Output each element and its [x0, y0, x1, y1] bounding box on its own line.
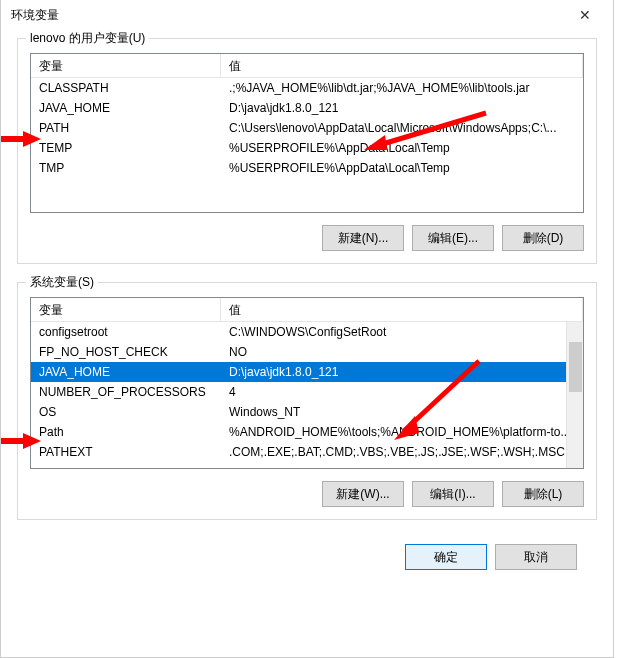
cell-variable: TMP [31, 159, 221, 177]
system-vars-group: 系统变量(S) 变量 值 configsetrootC:\WINDOWS\Con… [17, 282, 597, 520]
col-header-value[interactable]: 值 [221, 298, 583, 321]
cell-value: %ANDROID_HOME%\tools;%ANDROID_HOME%\plat… [221, 423, 583, 441]
cell-value: NO [221, 343, 583, 361]
user-vars-buttons: 新建(N)... 编辑(E)... 删除(D) [30, 225, 584, 251]
cell-variable: JAVA_HOME [31, 99, 221, 117]
table-row[interactable]: JAVA_HOMED:\java\jdk1.8.0_121 [31, 362, 583, 382]
titlebar: 环境变量 ✕ [1, 0, 613, 30]
system-vars-list[interactable]: 变量 值 configsetrootC:\WINDOWS\ConfigSetRo… [30, 297, 584, 469]
system-vars-header: 变量 值 [31, 298, 583, 322]
cell-value: C:\Users\lenovo\AppData\Local\Microsoft\… [221, 119, 583, 137]
close-button[interactable]: ✕ [565, 1, 605, 29]
col-header-variable[interactable]: 变量 [31, 298, 221, 321]
table-row[interactable]: configsetrootC:\WINDOWS\ConfigSetRoot [31, 322, 583, 342]
user-vars-group: lenovo 的用户变量(U) 变量 值 CLASSPATH.;%JAVA_HO… [17, 38, 597, 264]
cell-variable: FP_NO_HOST_CHECK [31, 343, 221, 361]
cell-value: D:\java\jdk1.8.0_121 [221, 363, 583, 381]
table-row[interactable]: TEMP%USERPROFILE%\AppData\Local\Temp [31, 138, 583, 158]
cell-variable: OS [31, 403, 221, 421]
system-vars-group-label: 系统变量(S) [26, 274, 98, 291]
system-vars-buttons: 新建(W)... 编辑(I)... 删除(L) [30, 481, 584, 507]
cell-variable: CLASSPATH [31, 79, 221, 97]
cell-value: .COM;.EXE;.BAT;.CMD;.VBS;.VBE;.JS;.JSE;.… [221, 443, 583, 461]
system-new-button[interactable]: 新建(W)... [322, 481, 404, 507]
window-title: 环境变量 [11, 7, 59, 24]
ok-button[interactable]: 确定 [405, 544, 487, 570]
cell-variable: NUMBER_OF_PROCESSORS [31, 383, 221, 401]
cell-value: Windows_NT [221, 403, 583, 421]
table-row[interactable]: FP_NO_HOST_CHECKNO [31, 342, 583, 362]
col-header-variable[interactable]: 变量 [31, 54, 221, 77]
table-row[interactable]: CLASSPATH.;%JAVA_HOME%\lib\dt.jar;%JAVA_… [31, 78, 583, 98]
cell-value: %USERPROFILE%\AppData\Local\Temp [221, 139, 583, 157]
cell-variable: configsetroot [31, 323, 221, 341]
col-header-value[interactable]: 值 [221, 54, 583, 77]
table-row[interactable]: PATHEXT.COM;.EXE;.BAT;.CMD;.VBS;.VBE;.JS… [31, 442, 583, 462]
system-edit-button[interactable]: 编辑(I)... [412, 481, 494, 507]
table-row[interactable]: Path%ANDROID_HOME%\tools;%ANDROID_HOME%\… [31, 422, 583, 442]
cell-value: %USERPROFILE%\AppData\Local\Temp [221, 159, 583, 177]
cell-variable: PATHEXT [31, 443, 221, 461]
user-vars-group-label: lenovo 的用户变量(U) [26, 30, 149, 47]
dialog-content: lenovo 的用户变量(U) 变量 值 CLASSPATH.;%JAVA_HO… [1, 30, 613, 570]
cell-variable: TEMP [31, 139, 221, 157]
scrollbar-thumb[interactable] [569, 342, 582, 392]
user-new-button[interactable]: 新建(N)... [322, 225, 404, 251]
system-vars-body: configsetrootC:\WINDOWS\ConfigSetRootFP_… [31, 322, 583, 462]
user-delete-button[interactable]: 删除(D) [502, 225, 584, 251]
cell-value: C:\WINDOWS\ConfigSetRoot [221, 323, 583, 341]
cell-value: 4 [221, 383, 583, 401]
cell-variable: PATH [31, 119, 221, 137]
table-row[interactable]: TMP%USERPROFILE%\AppData\Local\Temp [31, 158, 583, 178]
system-delete-button[interactable]: 删除(L) [502, 481, 584, 507]
cell-value: .;%JAVA_HOME%\lib\dt.jar;%JAVA_HOME%\lib… [221, 79, 583, 97]
scrollbar-vertical[interactable] [566, 322, 583, 469]
env-vars-dialog: 环境变量 ✕ lenovo 的用户变量(U) 变量 值 CLASSPATH.;%… [0, 0, 614, 658]
table-row[interactable]: OSWindows_NT [31, 402, 583, 422]
user-edit-button[interactable]: 编辑(E)... [412, 225, 494, 251]
user-vars-list[interactable]: 变量 值 CLASSPATH.;%JAVA_HOME%\lib\dt.jar;%… [30, 53, 584, 213]
table-row[interactable]: NUMBER_OF_PROCESSORS4 [31, 382, 583, 402]
table-row[interactable]: JAVA_HOMED:\java\jdk1.8.0_121 [31, 98, 583, 118]
user-vars-header: 变量 值 [31, 54, 583, 78]
cancel-button[interactable]: 取消 [495, 544, 577, 570]
cell-variable: Path [31, 423, 221, 441]
cell-value: D:\java\jdk1.8.0_121 [221, 99, 583, 117]
close-icon: ✕ [579, 7, 591, 23]
user-vars-body: CLASSPATH.;%JAVA_HOME%\lib\dt.jar;%JAVA_… [31, 78, 583, 178]
dialog-buttons: 确定 取消 [17, 538, 597, 570]
cell-variable: JAVA_HOME [31, 363, 221, 381]
table-row[interactable]: PATHC:\Users\lenovo\AppData\Local\Micros… [31, 118, 583, 138]
